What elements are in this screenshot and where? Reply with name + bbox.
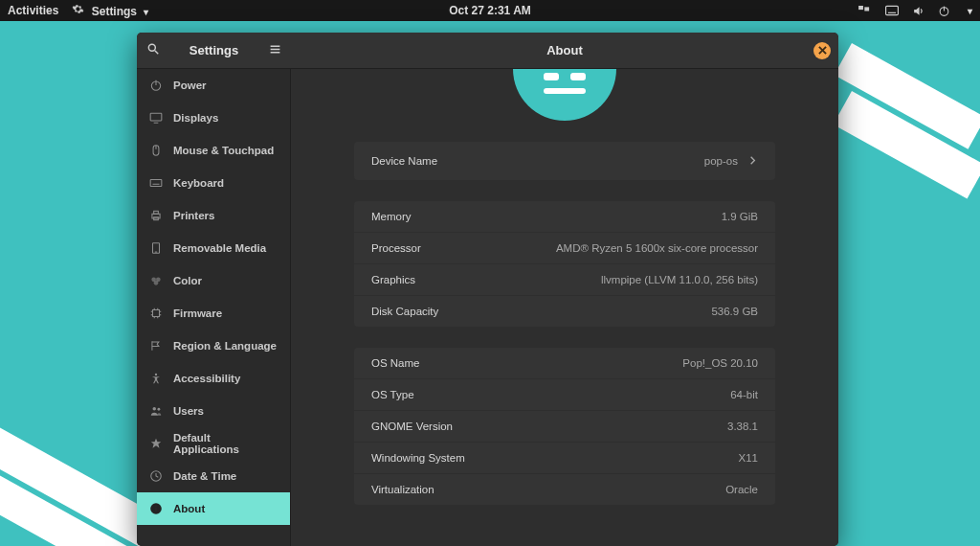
sidebar-item-accessibility[interactable]: Accessibility [137,362,290,395]
os-info-value: X11 [739,452,758,464]
sidebar-item-default-applications[interactable]: Default Applications [137,427,290,460]
keyboard-icon [148,175,164,191]
about-panel: Device Name pop-os Memory1.9 GiBProcesso… [291,69,838,546]
search-button[interactable] [137,33,168,68]
sidebar: PowerDisplaysMouse & TouchpadKeyboardPri… [137,69,291,546]
sidebar-item-label: Color [173,275,202,286]
power-icon [148,78,164,93]
headerbar: Settings About [137,33,838,69]
svg-point-40 [153,407,157,411]
os-info-label: OS Type [371,389,414,400]
app-menu-label: Settings [92,5,137,18]
sidebar-item-label: Region & Language [173,340,277,352]
primary-menu-button[interactable] [259,33,291,68]
svg-point-41 [158,408,161,411]
sidebar-item-label: Power [173,80,207,91]
sidebar-title: Settings [168,43,259,57]
sidebar-item-label: Accessibility [173,373,240,384]
page-title: About [291,43,838,57]
volume-icon[interactable] [912,5,924,17]
svg-rect-44 [155,508,156,512]
os-info-value: 3.38.1 [727,421,758,432]
hamburger-icon [269,42,281,59]
sidebar-item-label: About [173,503,205,514]
svg-point-39 [155,374,157,375]
sidebar-item-label: Keyboard [173,177,224,189]
os-info-label: OS Name [371,357,420,369]
device-name-card: Device Name pop-os [354,142,775,180]
os-info-value: Pop!_OS 20.10 [682,357,758,369]
app-menu[interactable]: Settings ▾ [72,3,148,18]
clock-icon [148,468,164,484]
os-info-row: VirtualizationOracle [354,473,775,505]
gear-icon [72,3,84,15]
spec-row: Disk Capacity536.9 GB [354,295,775,327]
svg-rect-22 [154,211,159,214]
printers-icon [148,208,164,223]
chevron-down-icon: ▾ [968,6,972,16]
os-info-value: 64-bit [730,389,758,400]
spec-row: Graphicsllvmpipe (LLVM 11.0.0, 256 bits) [354,263,775,295]
settings-window: Settings About PowerDisplaysMouse & Touc… [137,33,838,546]
sidebar-item-label: Removable Media [173,242,266,254]
spec-row: Memory1.9 GiB [354,201,775,232]
sidebar-item-keyboard[interactable]: Keyboard [137,167,290,199]
region-icon [148,338,164,353]
sidebar-item-users[interactable]: Users [137,395,290,427]
sidebar-item-date-time[interactable]: Date & Time [137,460,290,492]
os-info-label: GNOME Version [371,421,453,432]
power-icon[interactable] [938,5,950,17]
sidebar-item-label: Users [173,405,204,417]
os-info-row: OS NamePop!_OS 20.10 [354,348,775,378]
svg-rect-1 [864,7,869,11]
os-info-value: Oracle [725,484,758,495]
sidebar-item-color[interactable]: Color [137,264,290,297]
search-icon [146,42,160,59]
sidebar-item-label: Displays [173,112,218,124]
sidebar-item-power[interactable]: Power [137,69,290,102]
sidebar-item-displays[interactable]: Displays [137,102,290,134]
spec-row: ProcessorAMD® Ryzen 5 1600x six-core pro… [354,232,775,263]
spec-value: llvmpipe (LLVM 11.0.0, 256 bits) [601,274,758,285]
sidebar-item-label: Mouse & Touchpad [173,145,274,156]
spec-value: AMD® Ryzen 5 1600x six-core processor [556,242,758,254]
sidebar-item-mouse-touchpad[interactable]: Mouse & Touchpad [137,134,290,167]
displays-icon [148,110,164,125]
sidebar-item-removable-media[interactable]: Removable Media [137,232,290,264]
spec-label: Processor [371,242,421,254]
activities-button[interactable]: Activities [8,4,58,17]
spec-label: Disk Capacity [371,306,438,317]
svg-point-28 [154,281,159,285]
keyboard-indicator-icon[interactable] [885,5,899,16]
svg-point-6 [148,44,155,51]
spec-value: 1.9 GiB [722,211,758,222]
top-panel: Activities Settings ▾ Oct 27 2:31 AM ▾ [0,0,980,21]
os-info-card: OS NamePop!_OS 20.10OS Type64-bitGNOME V… [354,348,775,505]
spec-value: 536.9 GB [711,306,758,317]
sidebar-item-label: Default Applications [173,432,278,455]
sidebar-item-about[interactable]: About [137,492,290,525]
accessibility-icon [148,371,164,386]
chevron-down-icon: ▾ [144,7,148,17]
spec-label: Graphics [371,274,415,285]
device-name-value: pop-os [704,155,738,167]
sidebar-item-firmware[interactable]: Firmware [137,297,290,330]
svg-rect-0 [858,6,863,10]
chevron-right-icon [747,155,758,168]
clock[interactable]: Oct 27 2:31 AM [449,4,531,17]
svg-rect-2 [886,6,899,14]
info-icon [148,501,164,516]
svg-rect-15 [150,113,162,121]
close-button[interactable] [813,42,831,59]
device-name-label: Device Name [371,155,437,167]
device-name-row[interactable]: Device Name pop-os [354,142,775,180]
sidebar-item-label: Firmware [173,307,222,319]
svg-rect-45 [155,506,156,507]
svg-rect-19 [150,180,162,187]
screen-record-icon[interactable] [858,6,872,16]
sidebar-item-printers[interactable]: Printers [137,199,290,232]
hardware-specs-card: Memory1.9 GiBProcessorAMD® Ryzen 5 1600x… [354,201,775,327]
sidebar-item-region-language[interactable]: Region & Language [137,330,290,362]
sidebar-item-label: Date & Time [173,470,236,482]
os-info-label: Virtualization [371,484,434,495]
